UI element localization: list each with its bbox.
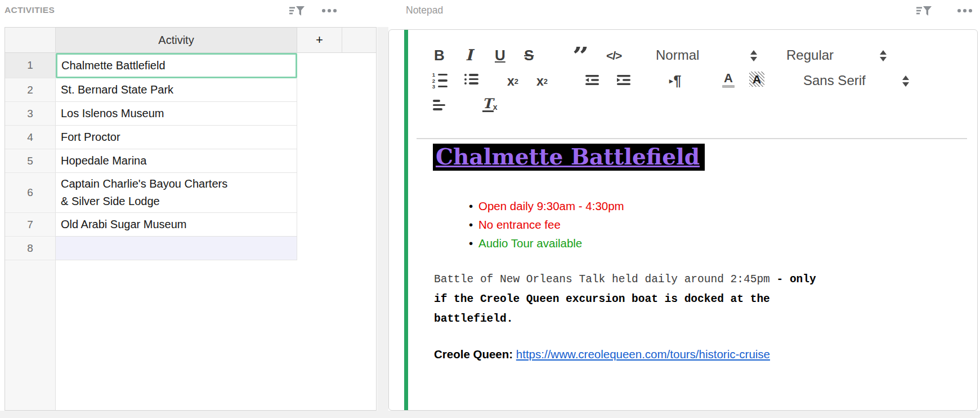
note-bullet-list: Open daily 9:30am - 4:30pmNo entrance fe… xyxy=(469,197,624,252)
font-family-dropdown[interactable]: Sans Serif xyxy=(803,73,866,88)
note-link-line: Creole Queen: https://www.creolequeen.co… xyxy=(434,348,770,361)
note-bullet-item: Audio Tour available xyxy=(469,234,624,252)
table-row: 4Fort Proctor xyxy=(5,126,376,149)
link-label: Creole Queen: xyxy=(434,348,513,361)
pilcrow-icon: ¶ xyxy=(674,73,682,89)
table-empty-area xyxy=(5,260,376,410)
empty-cell-area xyxy=(56,260,297,410)
notepad-menu-button[interactable] xyxy=(954,5,975,17)
panel-gap xyxy=(377,27,388,411)
activity-column-header[interactable]: Activity xyxy=(56,28,297,53)
superscript-2: 2 xyxy=(544,77,548,86)
table-row: 2St. Bernard State Park xyxy=(5,78,376,102)
table-row: 3Los Islenos Museum xyxy=(5,102,376,126)
align-left-icon xyxy=(433,100,445,110)
row-number-cell[interactable]: 6 xyxy=(5,173,56,213)
bold-button[interactable]: B xyxy=(434,47,445,64)
text-color-button[interactable]: A xyxy=(722,73,735,88)
row-spacer xyxy=(297,78,376,102)
activities-menu-button[interactable] xyxy=(319,5,340,17)
row-number-cell[interactable]: 7 xyxy=(5,213,56,237)
outdent-icon xyxy=(585,74,599,86)
indent-button[interactable] xyxy=(616,74,631,86)
row-number-cell[interactable]: 2 xyxy=(5,78,56,102)
ordered-list-button[interactable]: 1 2 3 xyxy=(432,73,448,88)
activities-table: Activity + 1Chalmette Battlefield2St. Be… xyxy=(5,27,377,411)
text-direction-button[interactable]: ▸¶ xyxy=(669,73,681,89)
notepad-sort-filter-button[interactable] xyxy=(914,3,934,20)
ellipsis-icon xyxy=(957,9,972,12)
note-mono-paragraph: Battle of New Orleans Talk held daily ar… xyxy=(434,270,822,329)
background-color-button[interactable]: A xyxy=(749,72,764,87)
blockquote-button[interactable]: ” xyxy=(572,47,589,66)
activity-cell[interactable]: Captain Charlie's Bayou Charters & Silve… xyxy=(56,173,297,213)
row-spacer xyxy=(297,149,376,173)
table-header-row: Activity + xyxy=(5,28,376,53)
activity-cell[interactable]: St. Bernard State Park xyxy=(56,78,297,102)
row-number-cell[interactable]: 8 xyxy=(5,237,56,260)
activity-cell[interactable]: Hopedale Marina xyxy=(56,149,297,173)
strikethrough-button[interactable]: S xyxy=(524,47,534,64)
paragraph-style-dropdown[interactable]: Normal xyxy=(656,47,699,63)
row-spacer xyxy=(297,173,376,213)
code-view-button[interactable]: </> xyxy=(606,49,621,63)
underline-button[interactable]: U xyxy=(495,47,505,64)
table-row: 7Old Arabi Sugar Museum xyxy=(5,213,376,237)
creole-queen-link[interactable]: https://www.creolequeen.com/tours/histor… xyxy=(516,348,770,361)
row-number-header-cell[interactable] xyxy=(5,28,56,53)
subscript-button[interactable]: x2 xyxy=(507,74,518,89)
row-number-gutter xyxy=(5,260,56,410)
note-heading: Chalmette Battlefield xyxy=(433,144,705,171)
note-bullet-item: No entrance fee xyxy=(469,215,624,234)
activities-panel-title: ACTIVITIES xyxy=(5,5,55,15)
table-row: 6Captain Charlie's Bayou Charters & Silv… xyxy=(5,173,376,213)
row-spacer xyxy=(297,126,376,149)
table-row: 5Hopedale Marina xyxy=(5,149,376,173)
row-number-cell[interactable]: 1 xyxy=(5,53,56,78)
paragraph-style-value: Normal xyxy=(656,47,699,63)
mono-regular-text: Battle of New Orleans Talk held daily ar… xyxy=(434,273,777,286)
app-window: ACTIVITIES Activity + 1Chalmette Battlef… xyxy=(0,0,980,418)
subscript-2: 2 xyxy=(514,77,518,86)
activity-cell[interactable]: Old Arabi Sugar Museum xyxy=(56,213,297,237)
toolbar-divider xyxy=(417,138,967,139)
add-column-button[interactable]: + xyxy=(297,28,342,53)
outdent-button[interactable] xyxy=(585,74,599,86)
row-number-cell[interactable]: 4 xyxy=(5,126,56,149)
ordered-list-icon: 1 2 3 xyxy=(432,73,448,88)
row-spacer xyxy=(297,102,376,126)
notepad-panel-title: Notepad xyxy=(406,5,443,16)
row-spacer xyxy=(297,213,376,237)
activities-sort-filter-button[interactable] xyxy=(287,3,307,20)
superscript-button[interactable]: x2 xyxy=(536,74,548,89)
text-color-swatch xyxy=(722,85,735,88)
italic-button[interactable]: I xyxy=(466,46,473,64)
updown-arrows-icon[interactable] xyxy=(750,50,757,61)
sort-filter-icon xyxy=(289,5,306,19)
clear-format-t: T xyxy=(482,97,494,112)
table-body: 1Chalmette Battlefield2St. Bernard State… xyxy=(5,53,376,410)
row-spacer xyxy=(297,260,376,410)
bullet-list-button[interactable] xyxy=(464,74,478,85)
font-family-value: Sans Serif xyxy=(803,73,866,88)
sort-filter-icon xyxy=(916,5,933,19)
text-color-icon: A xyxy=(724,73,733,84)
extra-header-cell xyxy=(342,28,376,53)
clear-formatting-button[interactable]: Tx xyxy=(482,97,498,112)
activity-cell[interactable] xyxy=(56,237,297,260)
activity-cell[interactable]: Los Islenos Museum xyxy=(56,102,297,126)
updown-arrows-icon[interactable] xyxy=(902,75,909,87)
font-weight-dropdown[interactable]: Regular xyxy=(786,47,834,63)
activity-cell[interactable]: Chalmette Battlefield xyxy=(56,53,297,78)
font-weight-value: Regular xyxy=(786,47,834,63)
activity-cell[interactable]: Fort Proctor xyxy=(56,126,297,149)
updown-arrows-icon[interactable] xyxy=(880,50,887,61)
row-spacer xyxy=(297,237,376,260)
row-number-cell[interactable]: 5 xyxy=(5,149,56,173)
notepad-card: B I U S ” </> Normal Regular 1 2 3 xyxy=(388,29,978,411)
align-button[interactable] xyxy=(433,100,445,110)
ellipsis-icon xyxy=(322,9,337,12)
row-number-cell[interactable]: 3 xyxy=(5,102,56,126)
bullet-list-icon xyxy=(464,74,478,85)
superscript-x: x xyxy=(536,74,544,89)
